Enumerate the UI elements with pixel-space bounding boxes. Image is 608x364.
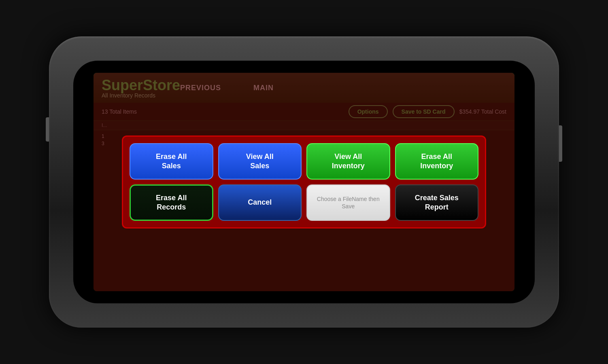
modal-grid: Erase AllSales View AllSales View AllInv… <box>130 143 478 221</box>
erase-all-inventory-button[interactable]: Erase AllInventory <box>395 143 479 180</box>
phone-device: SuperStore All Inventory Records PREVIOU… <box>49 36 559 328</box>
erase-all-sales-button[interactable]: Erase AllSales <box>130 143 213 180</box>
erase-all-records-button[interactable]: Erase AllRecords <box>130 184 213 221</box>
view-all-inventory-button[interactable]: View AllInventory <box>306 143 390 180</box>
cancel-button[interactable]: Cancel <box>218 184 302 221</box>
choose-filename-button[interactable]: Choose a FileName then Save <box>306 184 390 221</box>
modal-box: Erase AllSales View AllSales View AllInv… <box>122 135 486 229</box>
screen: SuperStore All Inventory Records PREVIOU… <box>94 73 514 291</box>
modal-overlay: Erase AllSales View AllSales View AllInv… <box>94 73 514 291</box>
create-sales-report-button[interactable]: Create SalesReport <box>395 184 479 221</box>
view-all-sales-button[interactable]: View AllSales <box>218 143 302 180</box>
phone-inner: SuperStore All Inventory Records PREVIOU… <box>73 61 535 303</box>
